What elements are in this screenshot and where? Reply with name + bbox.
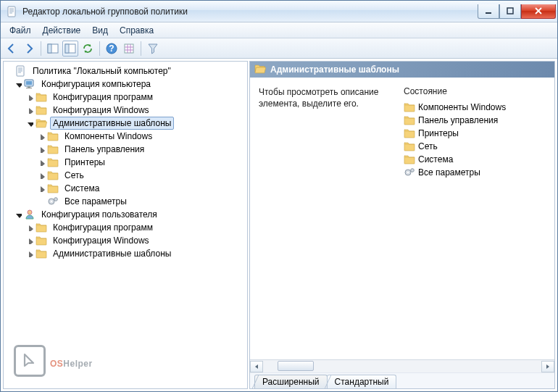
tree-item[interactable]: Конфигурация программ: [4, 91, 247, 104]
tree-item[interactable]: Конфигурация Windows: [4, 104, 247, 117]
refresh-button[interactable]: [80, 41, 96, 57]
item-label: Сеть: [418, 141, 438, 151]
expand-icon[interactable]: [25, 249, 34, 258]
forward-button[interactable]: [21, 41, 37, 57]
tree-item[interactable]: Компоненты Windows: [4, 130, 247, 143]
svg-rect-14: [486, 12, 491, 14]
folder-icon: [404, 114, 415, 126]
tree-computer-config[interactable]: Конфигурация компьютера: [4, 78, 247, 91]
expand-icon[interactable]: [25, 93, 34, 101]
tree-label: Административные шаблоны: [50, 247, 174, 260]
collapse-icon[interactable]: [14, 210, 22, 219]
expand-icon[interactable]: [37, 158, 46, 167]
item-label: Компоненты Windows: [418, 102, 506, 112]
tree-label: Конфигурация Windows: [50, 234, 152, 247]
expand-icon[interactable]: [25, 223, 34, 232]
scroll-thumb[interactable]: [278, 361, 314, 371]
cursor-icon: [14, 345, 46, 377]
folder-icon: [36, 104, 47, 116]
tab-standard[interactable]: Стандартный: [327, 375, 397, 388]
show-tree-button[interactable]: [45, 41, 61, 57]
scroll-left-button[interactable]: [250, 361, 263, 372]
show-panes-button[interactable]: [62, 41, 78, 57]
tree-label: Конфигурация компьютера: [38, 78, 154, 91]
scroll-track[interactable]: [263, 361, 541, 372]
watermark-os: OS: [50, 359, 63, 369]
tree-label: Административные шаблоны: [50, 117, 174, 130]
item-label: Система: [418, 154, 453, 164]
tree-label: Все параметры: [62, 195, 130, 208]
folder-icon: [404, 101, 415, 113]
column-header-state[interactable]: Состояние: [404, 86, 549, 96]
tree-item[interactable]: Конфигурация Windows: [4, 234, 247, 247]
help-button[interactable]: [104, 41, 120, 57]
scroll-right-button[interactable]: [541, 361, 554, 372]
list-item[interactable]: Компоненты Windows: [404, 101, 549, 114]
minimize-button[interactable]: [478, 4, 499, 19]
tree-item[interactable]: Система: [4, 182, 247, 195]
menu-help[interactable]: Справка: [114, 24, 159, 37]
item-list[interactable]: Состояние Компоненты Windows Панель упра…: [404, 86, 549, 356]
tree-item[interactable]: Конфигурация программ: [4, 221, 247, 234]
tree-label: Конфигурация программ: [50, 91, 156, 104]
maximize-button[interactable]: [499, 4, 521, 19]
list-item[interactable]: Принтеры: [404, 127, 549, 140]
tree-item[interactable]: Все параметры: [4, 195, 247, 208]
folder-icon: [47, 170, 59, 181]
tree-user-config[interactable]: Конфигурация пользователя: [4, 208, 247, 221]
expand-icon[interactable]: [37, 184, 46, 193]
folder-icon: [36, 222, 47, 233]
tree-label: Компоненты Windows: [62, 130, 155, 143]
expand-icon[interactable]: [37, 145, 46, 154]
tree-pane[interactable]: Политика "Локальный компьютер" Конфигура…: [3, 61, 248, 389]
description-text: Чтобы просмотреть описание элемента, выд…: [259, 86, 389, 356]
tree-root[interactable]: Политика "Локальный компьютер": [4, 64, 247, 78]
tab-extended[interactable]: Расширенный: [254, 375, 328, 388]
view-tabs: Расширенный Стандартный: [250, 372, 554, 388]
close-button[interactable]: [521, 4, 556, 19]
folder-icon: [36, 248, 47, 259]
menu-file[interactable]: Файл: [4, 24, 37, 37]
menu-action[interactable]: Действие: [37, 24, 87, 37]
back-button[interactable]: [4, 41, 20, 57]
svg-rect-15: [507, 8, 513, 14]
tree-label: Конфигурация Windows: [50, 104, 152, 117]
tree-item[interactable]: Сеть: [4, 169, 247, 182]
horizontal-scrollbar[interactable]: [250, 359, 554, 372]
collapse-icon[interactable]: [14, 80, 22, 88]
details-title: Административные шаблоны: [270, 64, 399, 75]
window-title: Редактор локальной групповой политики: [22, 7, 478, 17]
list-item[interactable]: Панель управления: [404, 114, 549, 127]
separator: [141, 41, 141, 56]
titlebar[interactable]: Редактор локальной групповой политики: [1, 1, 557, 22]
tree-item[interactable]: Принтеры: [4, 156, 247, 169]
filter-button[interactable]: [145, 41, 161, 57]
details-header: Административные шаблоны: [250, 62, 554, 78]
policy-tree[interactable]: Политика "Локальный компьютер" Конфигура…: [4, 64, 247, 260]
properties-button[interactable]: [121, 41, 137, 57]
separator: [41, 41, 41, 56]
list-item[interactable]: Все параметры: [404, 166, 549, 179]
expand-icon[interactable]: [25, 236, 34, 245]
toolbar: [1, 38, 557, 59]
tree-item[interactable]: Панель управления: [4, 143, 247, 156]
tree-item[interactable]: Административные шаблоны: [4, 247, 247, 260]
collapse-icon[interactable]: [25, 119, 34, 128]
expand-icon[interactable]: [37, 132, 46, 141]
list-item[interactable]: Система: [404, 153, 549, 166]
folder-icon: [36, 91, 47, 103]
tree-label: Конфигурация программ: [50, 221, 156, 234]
tree-label: Принтеры: [62, 156, 108, 169]
folder-icon: [47, 143, 59, 155]
user-icon: [24, 209, 36, 220]
expand-icon[interactable]: [25, 106, 34, 114]
computer-icon: [24, 78, 36, 90]
expand-icon[interactable]: [37, 171, 46, 180]
tree-admin-templates[interactable]: Административные шаблоны: [4, 117, 247, 130]
tree-label: Сеть: [62, 169, 87, 182]
folder-open-icon: [254, 63, 266, 77]
list-item[interactable]: Сеть: [404, 140, 549, 153]
blank: [37, 197, 46, 206]
app-icon: [7, 6, 18, 17]
menu-view[interactable]: Вид: [86, 24, 114, 37]
